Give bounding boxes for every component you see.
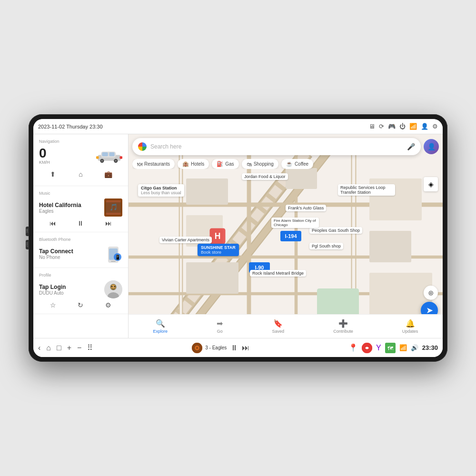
taskbar-center: 3 - Eagles ⏸ ⏭ (97, 343, 345, 353)
svg-point-7 (115, 159, 117, 161)
map-app-icon[interactable]: 🗺 (385, 343, 396, 353)
svg-rect-9 (120, 156, 123, 159)
screen: 2023-11-02 Thursday 23:30 🖥 ⟳ 🎮 ⏻ 📶 👤 ⚙ (33, 119, 443, 357)
taskbar-pause-button[interactable]: ⏸ (230, 344, 238, 352)
hotels-pill[interactable]: 🏨 Hotels (178, 159, 209, 169)
user-avatar-map[interactable]: 👤 (424, 139, 439, 154)
contribute-label: Contribute (333, 329, 353, 334)
map-bottom-nav: 🔍 Explore ➡ Go 🔖 Saved ➕ (129, 314, 443, 338)
bluetooth-title: Tap Connect (39, 248, 73, 255)
contribute-tab[interactable]: ➕ Contribute (329, 317, 357, 336)
sunshine-marker[interactable]: SUNSHINE STAR Book store (198, 244, 239, 256)
yahoo-icon: Y (376, 344, 381, 352)
sunshine-name: SUNSHINE STAR (201, 245, 236, 250)
pause-button[interactable]: ⏸ (77, 219, 84, 227)
rock-island-marker[interactable]: Rock Island Metraril Bridge (250, 270, 306, 277)
layers-button[interactable]: ◈ (424, 177, 438, 191)
mic-search-icon[interactable]: 🎤 (407, 143, 415, 150)
coffee-pill[interactable]: ☕ Coffee (281, 159, 313, 169)
svg-rect-16 (111, 261, 116, 262)
music-label: Music (39, 191, 122, 196)
hotels-icon: 🏨 (182, 161, 189, 167)
franks-marker[interactable]: Frank's Auto Glass (286, 205, 326, 211)
main-screen: 2023-11-02 Thursday 23:30 🖥 ⟳ 🎮 ⏻ 📶 👤 ⚙ (33, 119, 443, 357)
left-sidebar: Navigation 0 KM/H (33, 134, 129, 338)
rock-island-name: Rock Island Metraril Bridge (252, 271, 304, 276)
jordan-marker[interactable]: Jordan Food & Liquor (242, 173, 288, 180)
svg-rect-3 (109, 152, 115, 156)
taskbar-right: 📍 Y 🗺 (348, 343, 438, 353)
fire-alarm-name: Fire Alarm Station City of Chicago (274, 218, 317, 227)
vivian-marker[interactable]: Vivian Carter Apartments (159, 237, 212, 243)
svg-point-24 (111, 286, 113, 288)
contribute-icon: ➕ (338, 319, 348, 328)
explore-icon: 🔍 (156, 319, 165, 328)
shopping-pill[interactable]: 🛍 Shopping (242, 159, 278, 169)
settings-profile-button[interactable]: ⚙ (105, 301, 111, 309)
franks-name: Frank's Auto Glass (288, 206, 324, 210)
fire-alarm-marker[interactable]: Fire Alarm Station City of Chicago (271, 218, 319, 228)
map-search-bar: Search here 🎤 👤 (132, 138, 439, 155)
gas-pill[interactable]: ⛽ Gas (212, 159, 238, 169)
category-pills: 🍽 Restaurants 🏨 Hotels ⛽ Gas 🛍 (132, 159, 439, 169)
back-button[interactable]: ‹ (38, 344, 40, 352)
svg-text:H: H (215, 231, 221, 241)
home-button[interactable]: ⌂ (74, 168, 87, 181)
mic-button[interactable]: MIC (26, 227, 29, 236)
speed-unit: KM/H (39, 160, 50, 165)
taskbar-next-button[interactable]: ⏭ (242, 344, 249, 352)
navigate-button[interactable]: ⬆ (46, 168, 60, 181)
saved-tab[interactable]: 🔖 Saved (268, 317, 288, 336)
gas-icon: ⛽ (217, 161, 223, 167)
search-input-box[interactable]: Search here 🎤 (132, 138, 421, 155)
profile-section: Profile Tap Login DUDU Auto (33, 268, 128, 314)
pgl-marker[interactable]: Pgl South shop (309, 243, 343, 249)
go-label: Go (217, 329, 223, 334)
svg-text:🎵: 🎵 (109, 203, 118, 211)
nav-action-buttons: ⬆ ⌂ 💼 (39, 168, 122, 181)
svg-rect-33 (369, 231, 411, 262)
map-area[interactable]: H I-194 I-90 ©2023 Google · Map data ©20… (129, 134, 443, 338)
compass-button[interactable]: ◎ (424, 286, 438, 300)
minus-button[interactable]: − (77, 344, 81, 352)
add-button[interactable]: + (67, 344, 71, 352)
svg-point-45 (196, 347, 198, 349)
main-content-area: Navigation 0 KM/H (33, 134, 443, 338)
refresh-icon: ⟳ (379, 123, 384, 130)
star-button[interactable]: ☆ (50, 301, 56, 309)
explore-tab[interactable]: 🔍 Explore (149, 317, 172, 336)
mic-label: MIC (26, 229, 29, 233)
citgo-marker[interactable]: Citgo Gas Station Less busy than usual (138, 184, 184, 197)
explore-label: Explore (153, 329, 168, 334)
republic-marker[interactable]: Republic Services Loop Transfer Station (338, 184, 395, 196)
svg-rect-8 (96, 156, 99, 159)
rst-button[interactable]: RST (26, 240, 29, 249)
go-tab[interactable]: ➡ Go (213, 317, 227, 336)
monitor-icon: 🖥 (369, 123, 375, 130)
navigation-label: Navigation (39, 139, 122, 144)
coffee-label: Coffee (295, 161, 308, 167)
work-button[interactable]: 💼 (102, 168, 115, 181)
svg-rect-2 (102, 152, 108, 156)
home-taskbar-button[interactable]: ⌂ (46, 344, 51, 352)
svg-text:🗺: 🗺 (387, 345, 393, 352)
dudu-app-icon[interactable] (362, 343, 372, 353)
recent-apps-button[interactable]: □ (57, 344, 61, 352)
go-icon: ➡ (217, 319, 223, 328)
vivian-name: Vivian Carter Apartments (162, 238, 209, 242)
music-widget[interactable]: 3 - Eagles (192, 343, 227, 353)
profile-name: Tap Login (39, 284, 66, 290)
restaurants-pill[interactable]: 🍽 Restaurants (132, 159, 175, 169)
grid-button[interactable]: ⠿ (87, 343, 93, 352)
updates-tab[interactable]: 🔔 Updates (398, 317, 422, 336)
prev-button[interactable]: ⏮ (50, 219, 56, 227)
peoples-gas-marker[interactable]: Peoples Gas South Shop (309, 227, 362, 234)
coffee-icon: ☕ (286, 161, 293, 167)
next-button[interactable]: ⏭ (105, 219, 112, 227)
clock-display: 23:30 (422, 344, 438, 351)
status-icons-group: 🖥 ⟳ 🎮 ⏻ 📶 👤 ⚙ (369, 123, 438, 130)
music-content: Hotel California Eagles 🎵 (39, 198, 122, 217)
bluetooth-content: Tap Connect No Phone 📱 (39, 245, 122, 263)
refresh-button[interactable]: ↻ (78, 301, 83, 309)
music-section: Music Hotel California Eagles (33, 186, 128, 232)
